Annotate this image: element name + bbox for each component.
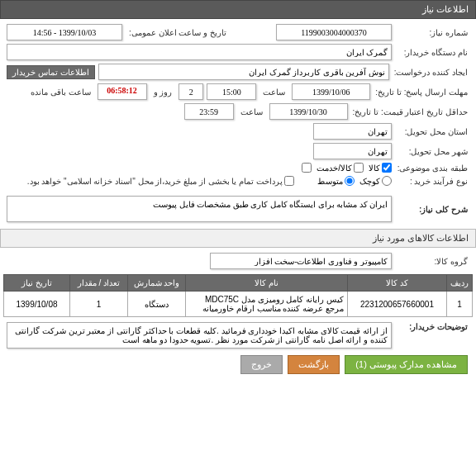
proc-small-radio[interactable] xyxy=(382,176,392,186)
delivery-state-label: استان محل تحویل: xyxy=(395,127,469,136)
contact-button[interactable]: اطلاعات تماس خریدار xyxy=(7,65,95,79)
validity-label: حداقل تاریخ اعتبار قیمت: تا تاریخ: xyxy=(351,107,469,116)
time-label-1: ساعت xyxy=(259,88,288,97)
deadline-time-field[interactable] xyxy=(207,83,256,100)
cell-name: کیس رایانه کامل رومیزی مدل MDC75C مرجع ع… xyxy=(186,292,348,317)
items-table: ردیف کد کالا نام کالا واحد شمارش تعداد /… xyxy=(3,274,473,317)
proc-medium-radio[interactable] xyxy=(345,176,355,186)
cat-goods-label: کالا xyxy=(369,164,380,173)
process-label: نوع فرآیند خرید : xyxy=(395,177,469,186)
items-section-header: اطلاعات کالاهای مورد نیاز xyxy=(0,229,476,248)
need-number-label: شماره نیاز: xyxy=(395,28,469,37)
deadline-date-field[interactable] xyxy=(292,83,370,100)
cell-unit: دستگاه xyxy=(128,292,186,317)
creator-label: نام دستگاه خریدار: xyxy=(395,48,469,57)
timer-field: 06:58:12 xyxy=(98,83,147,100)
col-date-header: تاریخ نیاز xyxy=(4,275,70,292)
buyer-notes-field: از ارائه قیمت کالای مشابه اکیدا خودداری … xyxy=(7,322,392,349)
creator-field[interactable] xyxy=(7,44,392,60)
panel-header: اطلاعات نیاز xyxy=(0,0,476,19)
need-number-field[interactable] xyxy=(276,24,392,40)
back-button[interactable]: بازگشت xyxy=(288,355,340,374)
col-code-header: کد کالا xyxy=(348,275,447,292)
deadline-reply-label: مهلت ارسال پاسخ: تا تاریخ: xyxy=(374,88,469,97)
proc-small-label: کوچک xyxy=(359,177,380,186)
category-label: طبقه بندی موضوعی: xyxy=(395,164,469,173)
pay-note: پرداخت تمام یا بخشی از مبلغ خرید،از محل … xyxy=(27,177,283,186)
attachments-button[interactable]: مشاهده مدارک پیوستی (1) xyxy=(345,355,468,374)
table-row[interactable]: 1 2231200657660001 کیس رایانه کامل رومیز… xyxy=(4,292,473,317)
validity-date-field[interactable] xyxy=(269,103,348,120)
items-section-title: اطلاعات کالاهای مورد نیاز xyxy=(373,233,469,243)
col-unit-header: واحد شمارش xyxy=(128,275,186,292)
group-label: گروه کالا: xyxy=(395,257,469,266)
request-creator-field[interactable] xyxy=(98,64,389,80)
treasury-checkbox[interactable] xyxy=(284,176,294,186)
remain-label: ساعت باقی مانده xyxy=(27,88,94,97)
cat-service-label: کالا/خدمت xyxy=(317,164,352,173)
days-label: روز و xyxy=(150,88,176,97)
request-creator-label: ایجاد کننده درخواست: xyxy=(393,68,469,77)
cat-extra-checkbox[interactable] xyxy=(302,163,312,173)
cell-code: 2231200657660001 xyxy=(348,292,447,317)
delivery-city-field[interactable] xyxy=(313,143,392,159)
delivery-state-field[interactable] xyxy=(313,123,392,140)
delivery-city-label: شهر محل تحویل: xyxy=(395,147,469,156)
group-field[interactable] xyxy=(210,253,392,269)
panel-title: اطلاعات نیاز xyxy=(422,4,469,14)
validity-time-field[interactable] xyxy=(184,103,234,120)
col-idx-header: ردیف xyxy=(447,275,473,292)
exit-button[interactable]: خروج xyxy=(240,355,283,374)
general-desc-label: شرح کلی نیاز: xyxy=(395,205,469,214)
cat-service-checkbox[interactable] xyxy=(354,163,364,173)
col-qty-header: تعداد / مقدار xyxy=(70,275,128,292)
cat-goods-checkbox[interactable] xyxy=(382,163,392,173)
announce-label: تاریخ و ساعت اعلان عمومی: xyxy=(126,28,230,37)
announce-field[interactable] xyxy=(7,24,122,40)
general-desc-field[interactable]: ایران کد مشابه برای ایستگاه کامل کاری طب… xyxy=(7,196,392,222)
proc-medium-label: متوسط xyxy=(317,177,343,186)
col-name-header: نام کالا xyxy=(186,275,348,292)
cell-date: 1399/10/08 xyxy=(4,292,70,317)
cell-qty: 1 xyxy=(70,292,128,317)
days-remain-field[interactable] xyxy=(178,83,203,100)
buyer-notes-label: توضیحات خریدار: xyxy=(395,322,469,331)
cell-idx: 1 xyxy=(447,292,473,317)
time-label-2: ساعت xyxy=(237,107,266,116)
